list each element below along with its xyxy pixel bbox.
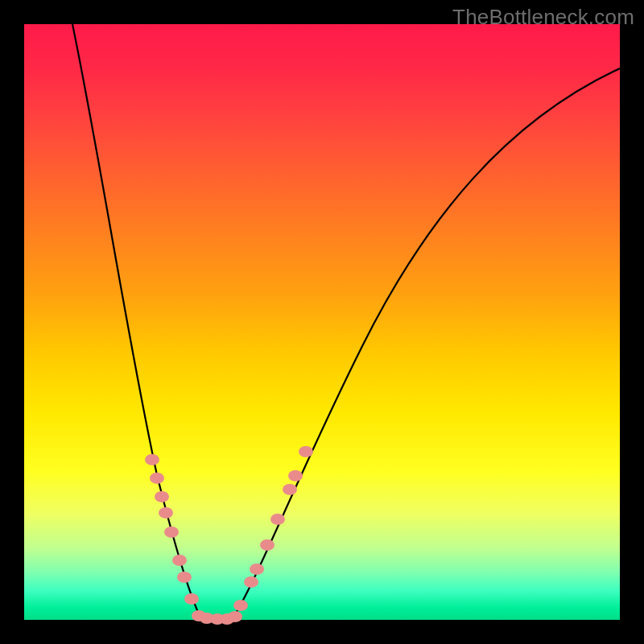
- data-marker: [244, 576, 258, 588]
- data-marker: [177, 572, 192, 583]
- curve-left: [72, 24, 209, 620]
- data-marker: [250, 564, 264, 575]
- data-marker: [288, 470, 303, 481]
- data-marker: [164, 526, 179, 538]
- data-marker: [159, 507, 173, 518]
- data-marker: [283, 484, 297, 495]
- data-marker: [228, 611, 242, 622]
- data-marker: [270, 514, 285, 525]
- curve-layer: [24, 24, 620, 620]
- plot-area: [24, 24, 620, 620]
- data-marker: [299, 446, 313, 457]
- data-marker: [145, 454, 159, 465]
- data-marker: [172, 555, 187, 566]
- data-marker: [260, 539, 275, 551]
- data-marker: [155, 491, 169, 502]
- data-marker: [233, 600, 248, 611]
- data-marker: [150, 473, 164, 484]
- curve-right: [232, 68, 620, 620]
- data-marker: [184, 593, 199, 605]
- watermark-text: TheBottleneck.com: [452, 5, 634, 30]
